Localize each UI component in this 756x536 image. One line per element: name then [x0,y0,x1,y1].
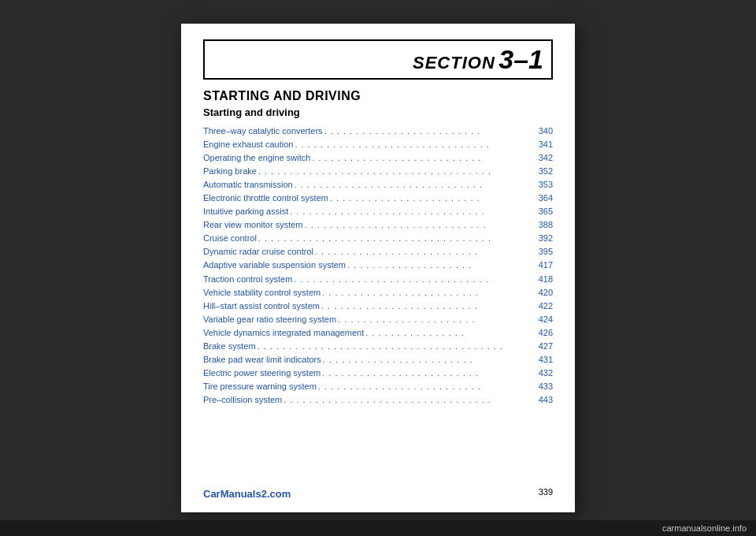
toc-dots: . . . . . . . . . . . . . . . . . . . . … [312,151,536,165]
toc-page: 424 [539,313,553,326]
toc-dots: . . . . . . . . . . . . . . . . . . . . … [295,178,537,192]
toc-item: Electric power steering system . . . . .… [203,367,553,380]
toc-item: Automatic transmission . . . . . . . . .… [203,178,553,192]
toc-dots: . . . . . . . . . . . . . . . . . . . . … [318,380,537,393]
toc-dots: . . . . . . . . . . . . . . . . . . . . … [284,393,536,407]
toc-item-text: Intuitive parking assist [203,205,288,218]
toc-item-text: Vehicle stability control system [203,286,321,300]
toc-list: Three–way catalytic converters . . . . .… [203,125,553,407]
toc-dots: . . . . . . . . . . . . . . . . . . . . … [305,218,537,232]
toc-dots: . . . . . . . . . . . . . . . . . . . . … [338,313,536,326]
toc-item: Parking brake . . . . . . . . . . . . . … [203,165,553,178]
toc-item: Adaptive variable suspension system . . … [203,259,553,272]
toc-dots: . . . . . . . . . . . . . . . . . . . . … [321,300,537,313]
toc-item-text: Automatic transmission [203,178,293,192]
toc-item: Traction control system . . . . . . . . … [203,273,553,286]
section-label: SECTION [413,53,495,73]
toc-item-text: Three–way catalytic converters [203,125,323,138]
toc-page: 340 [539,125,553,138]
toc-dots: . . . . . . . . . . . . . . . . . . . . … [330,192,537,205]
toc-dots: . . . . . . . . . . . . . . . . . . . . … [324,125,537,138]
toc-page: 352 [539,165,553,178]
toc-page: 395 [539,245,553,259]
toc-item-text: Brake pad wear limit indicators [203,353,321,367]
toc-item: Dynamic radar cruise control . . . . . .… [203,245,553,259]
toc-item: Operating the engine switch . . . . . . … [203,151,553,165]
toc-page: 420 [539,286,553,300]
document-page: SECTION 3–1 STARTING AND DRIVING Startin… [181,24,575,512]
page-container: SECTION 3–1 STARTING AND DRIVING Startin… [0,0,756,536]
toc-item: Brake system . . . . . . . . . . . . . .… [203,340,553,353]
toc-item-text: Vehicle dynamics integrated management [203,326,364,340]
toc-dots: . . . . . . . . . . . . . . . . . . . . … [258,340,537,353]
toc-page: 427 [539,340,553,353]
toc-item-text: Rear view monitor system [203,218,303,232]
toc-item: Engine exhaust caution . . . . . . . . .… [203,138,553,151]
toc-page: 365 [539,205,553,218]
toc-item-text: Dynamic radar cruise control [203,245,313,259]
sub-title: Starting and driving [203,106,553,118]
toc-item-text: Tire pressure warning system [203,380,317,393]
toc-page: 418 [539,273,553,286]
toc-dots: . . . . . . . . . . . . . . . . . . . . … [295,138,536,151]
toc-item-text: Traction control system [203,273,292,286]
toc-page: 388 [539,218,553,232]
toc-item: Pre–collision system . . . . . . . . . .… [203,393,553,407]
toc-dots: . . . . . . . . . . . . . . . . . . . . [347,259,537,272]
watermark: CarManuals2.com [203,488,291,500]
toc-page: 443 [539,393,553,407]
toc-dots: . . . . . . . . . . . . . . . . . . . . … [322,286,536,300]
toc-page: 431 [539,353,553,367]
toc-dots: . . . . . . . . . . . . . . . . . . . . … [294,273,536,286]
toc-item-text: Engine exhaust caution [203,138,293,151]
toc-dots: . . . . . . . . . . . . . . . . . . . . … [322,367,536,380]
toc-dots: . . . . . . . . . . . . . . . . . . . . … [323,353,537,367]
toc-item: Vehicle stability control system . . . .… [203,286,553,300]
toc-item-text: Parking brake [203,165,257,178]
page-number: 339 [539,487,553,497]
toc-item: Vehicle dynamics integrated management .… [203,326,553,340]
toc-page: 432 [539,367,553,380]
section-header: SECTION 3–1 [203,39,553,80]
toc-page: 417 [539,259,553,272]
toc-page: 433 [539,380,553,393]
toc-dots: . . . . . . . . . . . . . . . . . . . . … [290,205,536,218]
toc-item: Intuitive parking assist . . . . . . . .… [203,205,553,218]
toc-item-text: Pre–collision system [203,393,282,407]
section-number: 3–1 [498,44,543,74]
toc-item-text: Brake system [203,340,256,353]
toc-dots: . . . . . . . . . . . . . . . . [365,326,536,340]
toc-page: 353 [539,178,553,192]
toc-page: 392 [539,232,553,245]
toc-page: 342 [539,151,553,165]
toc-item-text: Electronic throttle control system [203,192,328,205]
toc-page: 422 [539,300,553,313]
toc-page: 364 [539,192,553,205]
toc-item-text: Adaptive variable suspension system [203,259,346,272]
toc-item-text: Operating the engine switch [203,151,310,165]
toc-item: Tire pressure warning system . . . . . .… [203,380,553,393]
toc-item: Variable gear ratio steering system . . … [203,313,553,326]
toc-item-text: Electric power steering system [203,367,321,380]
toc-item-text: Variable gear ratio steering system [203,313,336,326]
toc-dots: . . . . . . . . . . . . . . . . . . . . … [258,232,537,245]
toc-dots: . . . . . . . . . . . . . . . . . . . . … [258,165,537,178]
toc-item: Cruise control . . . . . . . . . . . . .… [203,232,553,245]
toc-item-text: Hill–start assist control system [203,300,320,313]
main-title: STARTING AND DRIVING [203,89,553,103]
bottom-watermark: carmanualsonline.info [0,520,756,536]
toc-item-text: Cruise control [203,232,257,245]
toc-page: 426 [539,326,553,340]
toc-item: Electronic throttle control system . . .… [203,192,553,205]
toc-item: Brake pad wear limit indicators . . . . … [203,353,553,367]
toc-item: Rear view monitor system . . . . . . . .… [203,218,553,232]
toc-item: Hill–start assist control system . . . .… [203,300,553,313]
toc-item: Three–way catalytic converters . . . . .… [203,125,553,138]
toc-dots: . . . . . . . . . . . . . . . . . . . . … [315,245,537,259]
toc-page: 341 [539,138,553,151]
